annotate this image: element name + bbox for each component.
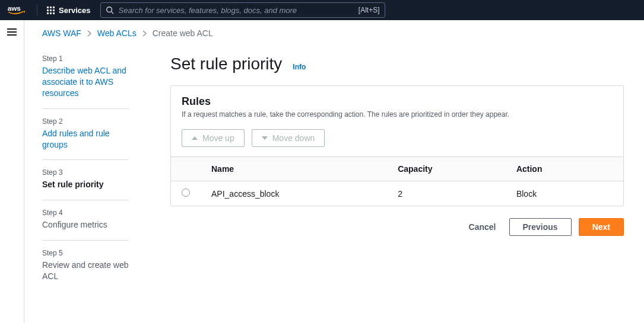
panel-title: Rules [182,95,613,108]
previous-button[interactable]: Previous [509,218,572,236]
wizard-step-1: Step 1 Describe web ACL and associate it… [42,55,129,108]
move-down-button[interactable]: Move down [252,129,325,147]
global-search[interactable]: [Alt+S] [100,2,385,18]
page-title: Set rule priority [170,55,282,73]
chevron-right-icon [142,30,147,37]
step-label: Step 1 [42,55,129,63]
wizard-step-5: Step 5 Review and create web ACL [42,240,129,292]
breadcrumb-link[interactable]: Web ACLs [97,28,137,38]
breadcrumb-current: Create web ACL [153,28,213,38]
svg-line-2 [111,12,113,14]
top-nav: aws Services [Alt+S] [0,0,644,20]
side-nav-toggle[interactable] [7,28,17,36]
rules-panel: Rules If a request matches a rule, take … [170,85,624,206]
grid-icon [47,7,55,14]
panel-description: If a request matches a rule, take the co… [182,110,613,119]
table-row: API_access_block 2 Block [171,181,623,206]
left-rail [0,20,24,323]
step-title: Set rule priority [42,179,129,190]
column-header-action: Action [506,157,623,181]
search-shortcut-hint: [Alt+S] [359,6,380,14]
search-icon [106,6,114,14]
svg-point-1 [106,7,112,12]
button-label: Move up [202,133,234,143]
wizard-step-2: Step 2 Add rules and rule groups [42,108,129,160]
cell-action: Block [506,181,623,206]
cancel-button[interactable]: Cancel [463,222,502,232]
breadcrumb-link[interactable]: AWS WAF [42,28,81,38]
cell-name: API_access_block [201,181,387,206]
wizard-step-3: Step 3 Set rule priority [42,159,129,200]
wizard-step-4: Step 4 Configure metrics [42,200,129,240]
chevron-right-icon [87,30,91,37]
column-header-capacity: Capacity [387,157,506,181]
svg-text:aws: aws [8,4,21,12]
wizard-footer: Cancel Previous Next [170,218,624,236]
step-title: Review and create web ACL [42,260,129,282]
cell-capacity: 2 [387,181,506,206]
next-button[interactable]: Next [579,218,624,236]
step-label: Step 3 [42,168,129,177]
triangle-down-icon [262,136,268,140]
services-label: Services [59,6,91,15]
step-label: Step 2 [42,117,129,126]
column-header-name: Name [201,157,387,181]
aws-logo-icon: aws [7,4,27,16]
info-link[interactable]: Info [293,63,306,71]
column-header-select [171,157,201,181]
step-title[interactable]: Add rules and rule groups [42,128,129,151]
button-label: Move down [272,133,315,143]
step-title[interactable]: Describe web ACL and associate it to AWS… [42,65,129,99]
nav-divider [37,5,37,15]
step-title: Configure metrics [42,219,129,231]
search-input[interactable] [119,6,354,15]
triangle-up-icon [192,136,198,140]
step-label: Step 5 [42,249,129,257]
rules-table: Name Capacity Action API_access_block 2 … [171,156,623,206]
aws-logo[interactable]: aws [7,4,27,16]
row-select-radio[interactable] [182,188,190,197]
step-label: Step 4 [42,209,129,217]
breadcrumb: AWS WAF Web ACLs Create web ACL [42,28,624,38]
services-menu-button[interactable]: Services [47,6,91,15]
move-up-button[interactable]: Move up [182,129,245,147]
wizard-steps: Step 1 Describe web ACL and associate it… [42,55,129,292]
